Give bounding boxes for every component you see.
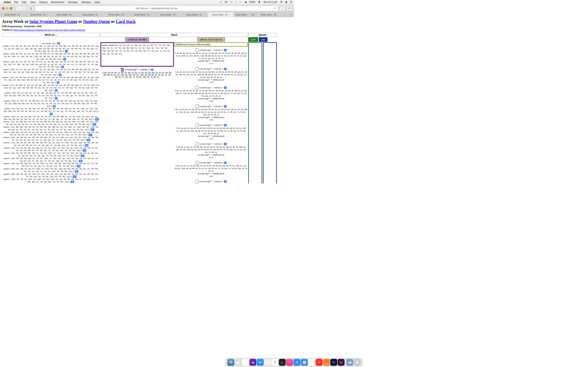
bluetooth-icon[interactable]: ᚼ xyxy=(235,1,236,3)
menu-edit[interactable]: Edit xyxy=(22,1,26,4)
midlog-body: // As, 3d, 9s, 4h, 2s, Ah, 6s, 6d, Jc, K… xyxy=(100,72,174,78)
minimize-window[interactable] xyxy=(6,7,8,9)
notification-center-icon[interactable]: ☰ xyxy=(290,1,292,3)
menu-develop[interactable]: Develop xyxy=(68,1,78,4)
display-icon[interactable]: ▭ xyxy=(230,1,232,3)
close-window[interactable] xyxy=(2,7,4,9)
midlog-label: console.log('// ' + names); // xyxy=(125,68,150,71)
siri-icon[interactable]: ◉ xyxy=(285,1,287,3)
reload-icon[interactable]: ⟳ xyxy=(274,7,276,10)
names-line: names = ['6h', '8h', 'Qd', '5c', '3s', '… xyxy=(2,167,100,173)
names-line: names = ['8h', 'Qd', '5c', '3s', '8c', '… xyxy=(2,173,100,178)
tab-overflow[interactable]: ... xyxy=(282,12,288,17)
tab-strip: Array Work - R... Array Work - R... Arra… xyxy=(0,12,294,17)
battery-icon[interactable]: 🔋︎ xyxy=(258,1,260,3)
forward-button[interactable]: › xyxy=(21,6,26,11)
tab-6[interactable]: Array Work - R... xyxy=(130,12,156,17)
menu-history[interactable]: History xyxy=(39,1,47,4)
names-line: names = ['2h', '9c', '6c', '5h', '6h', '… xyxy=(2,147,100,152)
tab-8[interactable]: Array Work - R... xyxy=(182,12,208,17)
page-content: Array Work or Solar Systems Planet Game … xyxy=(0,17,294,184)
address-host: rjmprogramming.com.au xyxy=(151,7,178,10)
tab-2[interactable]: Array Work - R... xyxy=(26,12,52,17)
shift-log-block: console.log('// ' + names); // 3// 9s, 4… xyxy=(174,67,248,84)
address-bar[interactable]: Not Secure — rjmprogramming.com.au ⟳ xyxy=(35,6,278,11)
tab-5[interactable]: Array Work - R... xyxy=(104,12,130,17)
shift-textarea[interactable]: shiftElement=names.shift(names[0]); xyxy=(174,42,248,47)
tab-4[interactable]: Array Work - R... xyxy=(78,12,104,17)
hdr-queue: Queue xyxy=(248,33,277,37)
menu-extras: ✂︎ Ⓜ ▭ ᚼ ᯤ ◀ 100% 🔋︎ Sun 6:11 pm 🔍︎ ◉ ☰ xyxy=(218,0,292,4)
menu-file[interactable]: File xyxy=(14,1,18,4)
link-planet-game[interactable]: Solar Systems Planet Game xyxy=(29,19,77,24)
names-line: names = ['4h', '2s', 'Ah', '6s', '6d', '… xyxy=(2,68,100,76)
shift-log-block: console.log('// ' + names); // 6// Ah, 6… xyxy=(174,123,248,140)
page-title: Array Work or Solar Systems Planet Game … xyxy=(2,19,292,24)
names-log-column: var names = []; // 0 names = ['As', '3d'… xyxy=(2,42,100,184)
sidebar-button[interactable]: ▥ xyxy=(28,6,34,11)
unshift-button[interactable]: unshift (ie. Shuffle) xyxy=(125,37,149,42)
shift-log-block: console.log('// ' + names); // 2// 3d, 9… xyxy=(174,48,248,65)
battery-text: 100% xyxy=(249,1,255,3)
names-line: names = ['6c', '5h', '6h', '8h', 'Qd', '… xyxy=(2,157,100,162)
tab-11[interactable]: Ar xyxy=(250,12,256,17)
shift-log-block: console.log('// ' + names); // 7// 6s, 6… xyxy=(174,142,248,159)
push-textarea[interactable] xyxy=(248,42,262,184)
spotlight-icon[interactable]: 🔍︎ xyxy=(280,1,283,3)
byline: RJM Programming - September, 2020 xyxy=(2,25,292,27)
shift-log-block: console.log('// ' + names); // 9// Jc, K… xyxy=(174,180,248,184)
thanks-line: Thanks to https://www.positronx.io/javas… xyxy=(2,29,292,31)
wifi-icon[interactable]: ᯤ xyxy=(239,1,242,3)
menu-bookmarks[interactable]: Bookmarks xyxy=(51,1,64,4)
pop-button[interactable]: pop xyxy=(259,37,268,42)
zoom-window[interactable] xyxy=(10,7,12,9)
tab-10[interactable]: Array Work - xyxy=(234,12,250,17)
names-line: names = ['Ah', '6s', '6d', 'Jc', 'Kd', '… xyxy=(2,84,100,92)
shift-log-block: console.log('// ' + names); // 5// 2s, A… xyxy=(174,105,248,121)
macos-menubar: Safari File Edit View History Bookmarks … xyxy=(0,0,294,4)
back-button[interactable]: ‹ xyxy=(16,6,21,11)
unshift-textarea[interactable]: names.unshift('As', '3d', '9s', '4h', '2… xyxy=(100,42,174,67)
names-line: names = ['Qd', '5c', '3s', '8c', '10h', … xyxy=(2,178,100,183)
names-line: names = ['8d', 'Qh', 'Ad', '2h', '9c', '… xyxy=(2,131,100,136)
names-line: names = ['9c', '6c', '5h', '6h', '8h', '… xyxy=(2,152,100,157)
names-line: names = ['5h', '6h', '8h', 'Qd', '5c', '… xyxy=(2,162,100,167)
app-menus[interactable]: File Edit View History Bookmarks Develop… xyxy=(14,1,103,4)
push-button[interactable]: push xyxy=(248,37,258,42)
tab-3[interactable]: Array Work - R... xyxy=(52,12,78,17)
tab-7[interactable]: Array Work - R... xyxy=(156,12,182,17)
shift-log-column: console.log('// ' + names); // 2// 3d, 9… xyxy=(174,48,248,184)
thanks-link[interactable]: https://www.positronx.io/javascript-arra… xyxy=(13,29,85,31)
menu-view[interactable]: View xyxy=(30,1,36,4)
app-name[interactable]: Safari xyxy=(4,1,11,4)
pop-textarea[interactable] xyxy=(263,42,277,184)
menu-window[interactable]: Window xyxy=(81,1,91,4)
names-line: names = ['As', '3d', '9s', '4h', '2s', '… xyxy=(2,45,100,53)
card-back-icon xyxy=(121,68,124,72)
link-card-stack[interactable]: Card Stack xyxy=(116,19,136,24)
window-controls xyxy=(2,7,12,9)
tabs-button[interactable]: ⧉ xyxy=(287,6,292,11)
tab-9-active[interactable]: Array Work - R... xyxy=(208,12,234,17)
tab-12[interactable]: Array Work - R... xyxy=(256,12,282,17)
clock[interactable]: Sun 6:11 pm xyxy=(263,1,277,3)
menu-help[interactable]: Help xyxy=(94,1,100,4)
hdr-workon: Work on ... xyxy=(2,33,100,37)
cat-icon[interactable]: Ⓜ xyxy=(225,1,227,3)
volume-icon[interactable]: ◀ xyxy=(245,1,246,3)
names-line: names = ['Qh', 'Ad', '2h', '9c', '6c', '… xyxy=(2,136,100,142)
new-tab-button[interactable]: ＋ xyxy=(288,12,294,17)
names-line: names = ['6d', 'Jc', 'Kd', '2c', '4s', '… xyxy=(2,100,100,108)
names-line: names = ['5c', '3s', '8c', '10h', 'Ac', … xyxy=(2,183,100,184)
names-line: names = ['4s', '8d', 'Qh', 'Ad', '2h', '… xyxy=(2,126,100,131)
share-button[interactable]: ⤴ xyxy=(280,6,285,11)
shift-log-block: console.log('// ' + names); // 8// 6d, J… xyxy=(174,161,248,178)
link-number-queue[interactable]: Number Queue xyxy=(83,19,110,24)
hdr-stack: Stack xyxy=(100,33,248,37)
address-not-secure: Not Secure — xyxy=(136,7,151,10)
shift-button[interactable]: shift (ie. Deal Card 52) xyxy=(198,37,225,42)
scissors-icon[interactable]: ✂︎ xyxy=(220,1,222,3)
tab-1[interactable]: Array Work - R... xyxy=(0,12,26,17)
names-line: names = ['2s', 'Ah', '6s', '6d', 'Jc', '… xyxy=(2,76,100,84)
safari-toolbar: ‹ › ▥ Not Secure — rjmprogramming.com.au… xyxy=(0,4,294,12)
